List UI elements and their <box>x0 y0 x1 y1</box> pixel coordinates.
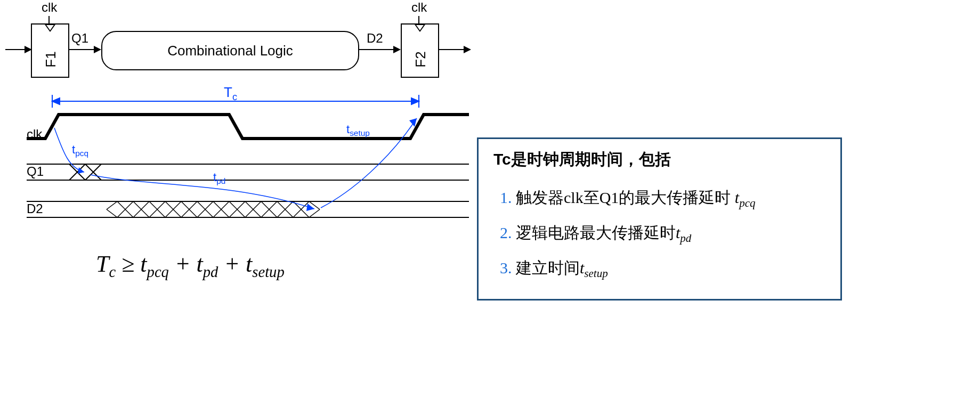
clk-triangle-icon <box>45 25 55 32</box>
svg-line-39 <box>107 201 117 209</box>
svg-line-40 <box>107 209 117 217</box>
card-item-3: 建立时间tsetup <box>516 250 825 286</box>
svg-marker-4 <box>411 98 419 104</box>
comb-label: Combinational Logic <box>167 43 293 59</box>
wire-in-f1 <box>5 49 31 50</box>
clk1-wire <box>48 16 50 23</box>
wire-out-f2 <box>438 49 470 50</box>
tpcq-label: tpcq <box>72 143 88 158</box>
card-item-2: 逻辑电路最大传播延时tpd <box>516 215 825 250</box>
sig-q1: Q1 <box>27 164 44 179</box>
f1-text: F1 <box>43 51 59 67</box>
combinational-logic: Combinational Logic <box>101 31 359 70</box>
clk2-label: clk <box>411 0 427 15</box>
timing-diagram <box>5 85 485 277</box>
page: clk clk F1 F2 Combinational Logic Q1 D2 <box>0 0 980 406</box>
q1-pin: Q1 <box>71 31 88 46</box>
svg-marker-43 <box>409 118 417 127</box>
flipflop-f2: F2 <box>401 23 439 78</box>
card-list: 触发器clk至Q1的最大传播延时 tpcq 逻辑电路最大传播延时tpd 建立时间… <box>493 180 825 286</box>
wire-comb-f2 <box>358 49 400 50</box>
svg-marker-3 <box>52 98 60 104</box>
sig-d2: D2 <box>27 201 43 216</box>
card-item-1: 触发器clk至Q1的最大传播延时 tpcq <box>516 180 825 215</box>
card-title: Tc是时钟周期时间，包括 <box>493 149 825 170</box>
d2-pin: D2 <box>367 31 383 46</box>
f2-text: F2 <box>412 51 429 67</box>
sig-clk: clk <box>27 127 42 142</box>
clk-triangle-icon <box>415 25 425 32</box>
tc-label: Tc <box>224 84 237 103</box>
timing-equation: Tc ≥ tpcq + tpd + tsetup <box>96 250 285 281</box>
tpd-label: tpd <box>213 170 225 186</box>
tsetup-label: tsetup <box>346 123 370 138</box>
clk1-label: clk <box>42 0 57 15</box>
wire-f1-comb <box>68 49 100 50</box>
explanation-card: Tc是时钟周期时间，包括 触发器clk至Q1的最大传播延时 tpcq 逻辑电路最… <box>477 137 842 301</box>
flipflop-f1: F1 <box>31 23 69 78</box>
svg-line-38 <box>309 209 320 217</box>
clk2-wire <box>418 16 419 23</box>
